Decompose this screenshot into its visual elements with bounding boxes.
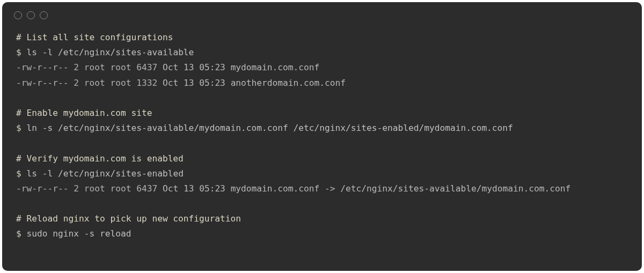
ls-enabled-links: 2 — [74, 183, 79, 194]
command-ls-available: ls -l /etc/nginx/sites-available — [27, 47, 194, 57]
comment-reload: # Reload nginx to pick up new configurat… — [16, 213, 241, 224]
prompt-1: $ — [16, 47, 21, 57]
command-reload: sudo nginx -s reload — [27, 228, 131, 239]
ls-row-links: 2 — [74, 78, 79, 88]
comment-enable-site: # Enable mydomain.com site — [16, 108, 152, 118]
ls-row-perm: -rw-r--r-- — [16, 78, 68, 88]
ls-enabled-filename: mydomain.com.conf — [231, 183, 320, 194]
ls-row-group: root — [110, 78, 131, 88]
ls-row-owner: root — [84, 62, 105, 72]
command-ln: ln -s /etc/nginx/sites-available/mydomai… — [27, 123, 513, 133]
window-controls — [2, 2, 642, 19]
comment-verify: # Verify mydomain.com is enabled — [16, 153, 184, 164]
window-dot-maximize[interactable] — [40, 11, 48, 19]
ls-enabled-perm: -rw-r--r-- — [16, 183, 68, 194]
terminal-window: # List all site configurations $ ls -l /… — [2, 2, 642, 271]
ls-row-size: 1332 — [136, 78, 157, 88]
ls-row-owner: root — [84, 78, 105, 88]
symlink-target: /etc/nginx/sites-available/mydomain.com.… — [340, 183, 570, 194]
prompt-3: $ — [16, 168, 21, 179]
ls-row-date: Oct 13 05:23 — [163, 62, 225, 72]
ls-enabled-date: Oct 13 05:23 — [163, 183, 225, 194]
ls-row-filename: mydomain.com.conf — [231, 62, 320, 72]
ls-row-perm: -rw-r--r-- — [16, 62, 68, 72]
command-ls-enabled: ls -l /etc/nginx/sites-enabled — [27, 168, 184, 179]
ls-enabled-group: root — [110, 183, 131, 194]
ls-enabled-owner: root — [84, 183, 105, 194]
ls-row-size: 6437 — [136, 62, 157, 72]
ls-row-filename: anotherdomain.com.conf — [231, 78, 346, 88]
terminal-output: # List all site configurations $ ls -l /… — [2, 19, 642, 256]
window-dot-close[interactable] — [14, 11, 22, 19]
symlink-arrow: -> — [325, 183, 335, 194]
ls-row-links: 2 — [74, 62, 79, 72]
ls-row-group: root — [110, 62, 131, 72]
ls-row-date: Oct 13 05:23 — [163, 78, 225, 88]
prompt-2: $ — [16, 123, 21, 133]
comment-list-available: # List all site configurations — [16, 32, 173, 42]
prompt-4: $ — [16, 228, 21, 239]
window-dot-minimize[interactable] — [27, 11, 35, 19]
ls-enabled-size: 6437 — [136, 183, 157, 194]
